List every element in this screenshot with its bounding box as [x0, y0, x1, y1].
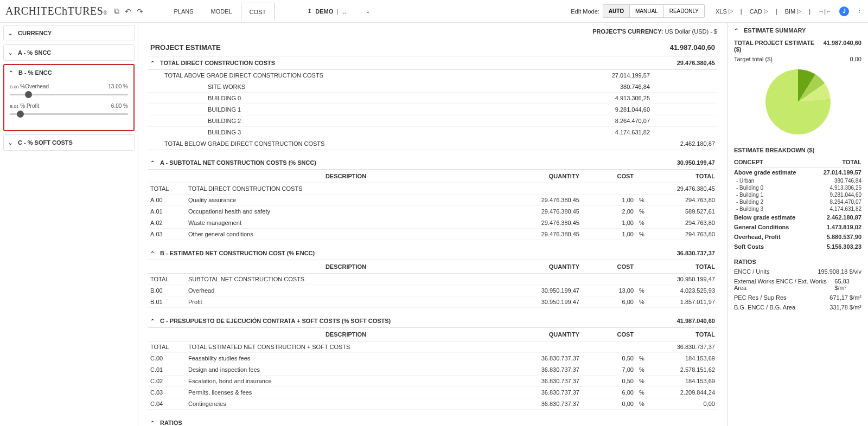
row-unit: % — [636, 296, 652, 308]
chevron-down-icon: ⌄ — [8, 30, 12, 36]
summary-row-value: 4.913.306,25 — [830, 185, 861, 191]
tab-model[interactable]: MODEL — [202, 2, 241, 21]
row-code: C.04 — [148, 398, 186, 410]
slider-overhead-track[interactable] — [10, 94, 128, 95]
above-grade-label: TOTAL ABOVE GRADE DIRECT CONSTRUCTION CO… — [148, 70, 556, 81]
row-total: 294.763,80 — [652, 217, 717, 229]
direct-row-value: 8.264.470,07 — [565, 115, 652, 127]
row-cost: 6,00 — [582, 387, 636, 398]
row-unit: % — [636, 285, 652, 296]
chevron-down-icon: ⌄ — [366, 8, 370, 14]
layout-icon[interactable]: ⧉ — [114, 7, 119, 16]
export-cad[interactable]: CAD ▷ — [750, 8, 768, 15]
summary-total-label: TOTAL PROJECT ESTIMATE ($) — [734, 40, 824, 53]
summary-ratios-title: RATIOS — [734, 259, 756, 265]
settings-icon[interactable]: →|← — [818, 8, 832, 15]
slider-profit-code: B.01 — [10, 104, 18, 109]
row-qty: 29.476.380,45 — [506, 217, 582, 229]
row-cost: 2,00 — [582, 206, 636, 217]
slider-profit-thumb[interactable] — [17, 111, 24, 118]
direct-row-label: BUILDING 1 — [148, 104, 556, 115]
ratio-label: PEC Res / Sup Res — [734, 294, 787, 301]
row-total: 0,00 — [652, 398, 717, 410]
row-unit: % — [636, 195, 652, 206]
row-qty: 29.476.380,45 — [506, 229, 582, 240]
row-total: 294.763,80 — [652, 229, 717, 240]
summary-row-value: 4.174.631,82 — [830, 206, 861, 212]
direct-row-label: SITE WORKS — [148, 81, 556, 93]
row-code: C.03 — [148, 387, 186, 398]
slider-profit: B.01 % Profit 6.00 % — [10, 103, 128, 115]
direct-row-label: BUILDING 2 — [148, 115, 556, 127]
summary-title[interactable]: ⌃ESTIMATE SUMMARY — [734, 27, 861, 34]
editmode-readonly[interactable]: READONLY — [663, 5, 704, 17]
row-desc: Other general conditions — [186, 229, 506, 240]
row-cost: 13,00 — [582, 285, 636, 296]
ratio-label: ENCC / Units — [734, 268, 769, 275]
row-qty: 36.830.737,37 — [506, 364, 582, 376]
slider-profit-track[interactable] — [10, 113, 128, 115]
tab-cost[interactable]: COST — [241, 3, 275, 21]
summary-row-value: 5.156.303,23 — [827, 243, 861, 250]
row-cost: 1,00 — [582, 195, 636, 206]
summary-row-value: 2.462.180,87 — [827, 214, 861, 221]
panel-soft[interactable]: ⌄C - % SOFT COSTS — [3, 134, 135, 151]
row-cost: 1,00 — [582, 217, 636, 229]
ratio-label: B.G. ENCC / B.G. Area — [734, 304, 795, 311]
avatar[interactable]: J — [839, 7, 849, 16]
demo-selector[interactable]: ↥ DEMO | ... ⌄ — [307, 8, 370, 15]
summary-target-value: 0,00 — [850, 56, 861, 62]
demo-label: DEMO — [315, 8, 333, 15]
row-total: 2.578.151,62 — [652, 364, 717, 376]
ratio-value: 195.908,18 $/viv — [818, 268, 861, 275]
block-c: ⌃ C - PRESUPUESTO DE EJECUCIÓN CONTRATA … — [148, 314, 717, 410]
row-unit: % — [636, 353, 652, 364]
export-xls[interactable]: XLS ▷ — [716, 8, 733, 15]
row-cost: 0,00 — [582, 398, 636, 410]
row-desc: Overhead — [186, 285, 506, 296]
menu-icon[interactable]: ⋮ — [857, 8, 863, 15]
row-desc: Waste management — [186, 217, 506, 229]
block-b-head[interactable]: ⌃ B - ESTIMATED NET CONSTRUCTION COST (%… — [148, 247, 717, 260]
row-unit: % — [636, 217, 652, 229]
block-ratios-head[interactable]: ⌃ RATIOS — [148, 416, 717, 426]
row-unit: % — [636, 206, 652, 217]
row-total: 184.153,69 — [652, 376, 717, 387]
block-a-head[interactable]: ⌃ A - SUBTOTAL NET CONSTRUCTION COSTS (%… — [148, 156, 717, 170]
export-bim[interactable]: BIM ▷ — [785, 8, 802, 15]
row-qty: 36.830.737,37 — [506, 398, 582, 410]
block-c-head[interactable]: ⌃ C - PRESUPUESTO DE EJECUCIÓN CONTRATA … — [148, 314, 717, 328]
undo-icon[interactable]: ↶ — [125, 7, 131, 16]
editmode-auto[interactable]: AUTO — [603, 5, 629, 17]
row-desc: Contingencies — [186, 398, 506, 410]
slider-overhead-label: %Overhead — [20, 83, 49, 89]
below-grade-total: 2.462.180,87 — [652, 138, 717, 150]
panel-encc-head[interactable]: ⌃B - % ENCC — [4, 65, 133, 80]
summary-row-label: Building 1 — [734, 192, 763, 198]
row-code: C.02 — [148, 376, 186, 387]
editmode-group: AUTO MANUAL READONLY — [603, 4, 705, 18]
row-desc: Quality assurance — [186, 195, 506, 206]
panel-sncc[interactable]: ⌄A - % SNCC — [3, 44, 135, 61]
slider-overhead-thumb[interactable] — [25, 91, 32, 98]
block-direct-head[interactable]: ⌃ TOTAL DIRECT CONSTRUCTION COSTS 29.476… — [148, 56, 717, 70]
summary-row-label: General Conditions — [734, 224, 789, 230]
ratio-value: 331,78 $/m² — [829, 304, 861, 311]
row-cost: 0,50 — [582, 353, 636, 364]
row-cost: 6,00 — [582, 296, 636, 308]
editmode-manual[interactable]: MANUAL — [629, 5, 663, 17]
panel-encc: ⌃B - % ENCC B.00 %Overhead 13.00 % B.01 … — [3, 64, 135, 131]
row-unit: % — [636, 229, 652, 240]
block-ratios: ⌃ RATIOS — [148, 416, 717, 426]
summary-row-label: Building 3 — [734, 206, 763, 212]
row-total: 2.209.844,24 — [652, 387, 717, 398]
summary-row-label: Urban — [734, 178, 754, 184]
summary-row-label: Above grade estimate — [734, 169, 796, 176]
panel-currency[interactable]: ⌄CURRENCY — [3, 25, 135, 41]
chevron-down-icon: ⌄ — [8, 50, 12, 56]
tab-plans[interactable]: PLANS — [165, 2, 202, 21]
row-qty: 29.476.380,45 — [506, 206, 582, 217]
summary-row-label: Below grade estimate — [734, 214, 795, 221]
redo-icon[interactable]: ↷ — [137, 7, 143, 16]
sidebar: ⌄CURRENCY ⌄A - % SNCC ⌃B - % ENCC B.00 %… — [0, 23, 138, 426]
